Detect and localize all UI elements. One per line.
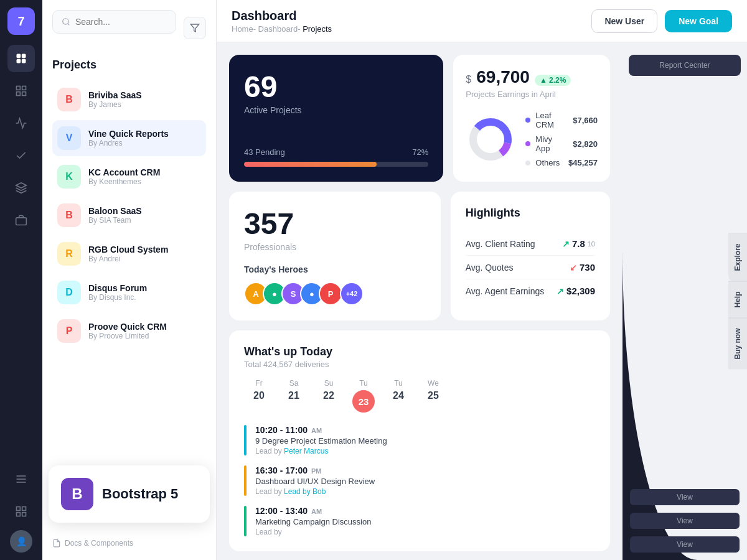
svg-rect-16	[22, 513, 26, 516]
active-projects-count: 69	[244, 70, 428, 104]
schedule-section: What's up Today Total 424,567 deliveries…	[229, 330, 610, 551]
bottom-user-avatar[interactable]: 👤	[10, 530, 32, 553]
project-item[interactable]: V Vine Quick Reports By Andres	[52, 120, 206, 156]
event-lead: Lead by Peter Marcus	[255, 447, 595, 455]
event-item: 16:30 - 17:00 PM Dashboard UI/UX Design …	[244, 465, 595, 496]
svg-rect-14	[22, 507, 26, 511]
svg-rect-2	[17, 59, 21, 63]
docs-label[interactable]: Docs & Components	[65, 539, 133, 548]
event-lead-link[interactable]: Peter Marcus	[284, 447, 328, 455]
nav-icon-grid2[interactable]	[7, 498, 35, 525]
day-item[interactable]: Tu 24	[383, 379, 413, 413]
main-content: Dashboard Home- Dashboard- Projects New …	[217, 0, 747, 560]
event-info: 12:00 - 13:40 AM Marketing Campaign Disc…	[255, 506, 595, 536]
nav-icon-grid[interactable]	[7, 77, 35, 105]
svg-rect-1	[22, 54, 26, 58]
day-item[interactable]: Tu 23	[349, 379, 378, 413]
event-ampm: AM	[311, 508, 322, 515]
earnings-subtitle: Projects Earnings in April	[466, 90, 598, 99]
day-number: 23	[352, 390, 375, 413]
project-item[interactable]: P Proove Quick CRM By Proove Limited	[52, 313, 206, 349]
project-by: By SIA Team	[88, 216, 201, 225]
new-user-button[interactable]: New User	[591, 9, 657, 33]
nav-icon-check[interactable]	[7, 142, 35, 169]
project-item[interactable]: B Baloon SaaS By SIA Team	[52, 197, 206, 233]
event-lead: Lead by Lead by Bob	[255, 487, 595, 496]
project-by: By Proove Limited	[88, 332, 201, 340]
docs-icon	[52, 539, 61, 548]
svg-rect-15	[17, 513, 21, 516]
search-bar[interactable]	[52, 10, 176, 34]
legend-item: Mivy App $2,820	[525, 134, 598, 153]
svg-marker-8	[16, 183, 27, 188]
svg-rect-4	[17, 86, 21, 90]
topbar: Dashboard Home- Dashboard- Projects New …	[217, 0, 747, 42]
project-icon: P	[57, 319, 81, 343]
filter-button[interactable]	[184, 17, 206, 39]
user-avatar[interactable]: 7	[7, 7, 35, 35]
view-button-1[interactable]: View	[630, 489, 740, 505]
day-item[interactable]: We 25	[418, 379, 448, 413]
event-lead-link[interactable]: Lead by Bob	[284, 487, 326, 496]
project-list: B Briviba SaaS By James V Vine Quick Rep…	[52, 82, 206, 349]
highlight-row: Avg. Quotes ↙ 730	[466, 256, 595, 279]
view-button-3[interactable]: View	[630, 536, 740, 553]
new-goal-button[interactable]: New Goal	[665, 10, 732, 32]
project-name: Vine Quick Reports	[88, 129, 201, 139]
project-item[interactable]: D Disqus Forum By Disqus Inc.	[52, 274, 206, 310]
view-button-2[interactable]: View	[630, 513, 740, 529]
project-icon: V	[57, 126, 81, 150]
dashboard: 69 Active Projects 43 Pending 72%	[217, 42, 622, 560]
day-number: 20	[253, 390, 265, 401]
search-input[interactable]	[75, 17, 167, 27]
sidebar-footer[interactable]: Docs & Components	[52, 539, 206, 548]
content-area: 69 Active Projects 43 Pending 72%	[217, 42, 747, 560]
earnings-body: Leaf CRM $7,660 Mivy App $2,820 Others $…	[466, 109, 598, 169]
nav-icon-chart[interactable]	[7, 110, 35, 137]
pending-count: 43 Pending	[244, 147, 285, 157]
event-bar	[244, 465, 247, 496]
highlight-label: Avg. Agent Earnings	[466, 286, 545, 296]
event-info: 16:30 - 17:00 PM Dashboard UI/UX Design …	[255, 465, 595, 496]
project-name: Baloon SaaS	[88, 206, 201, 216]
project-name: Briviba SaaS	[88, 90, 201, 100]
highlight-value: ↙ 730	[570, 262, 595, 273]
event-bar	[244, 425, 247, 455]
nav-icon-layers[interactable]	[7, 174, 35, 202]
legend-value: $2,820	[573, 139, 598, 149]
professionals-card: 357 Professionals Today's Heroes A●S●P+4…	[229, 192, 441, 320]
svg-rect-13	[17, 507, 21, 511]
days-row: Fr 20 Sa 21 Su 22 Tu 23 Tu 24 We 25	[244, 379, 595, 413]
project-name: Disqus Forum	[88, 283, 201, 293]
svg-marker-19	[190, 24, 199, 32]
legend-name: Leaf CRM	[535, 111, 568, 129]
project-name: RGB Cloud System	[88, 245, 201, 254]
report-center-button[interactable]: Report Cecnter	[629, 55, 741, 76]
bootstrap-card: B Bootstrap 5	[49, 465, 210, 523]
day-item[interactable]: Su 22	[314, 379, 344, 413]
bootstrap-label: Bootstrap 5	[102, 486, 178, 502]
project-item[interactable]: K KC Account CRM By Keenthemes	[52, 159, 206, 195]
day-item[interactable]: Fr 20	[244, 379, 274, 413]
heroes-section: Today's Heroes A●S●P+42	[244, 264, 426, 306]
event-bar	[244, 506, 247, 536]
project-info: Proove Quick CRM By Proove Limited	[88, 322, 201, 340]
day-name: Tu	[359, 379, 368, 388]
dollar-sign: $	[466, 74, 471, 85]
highlight-value: ↗ $2,309	[557, 286, 595, 296]
schedule-title: What's up Today	[244, 345, 595, 358]
project-info: Disqus Forum By Disqus Inc.	[88, 283, 201, 302]
project-item[interactable]: R RGB Cloud System By Andrei	[52, 236, 206, 272]
nav-icon-menu[interactable]	[7, 465, 35, 493]
nav-icon-dashboard[interactable]	[7, 45, 35, 72]
nav-icon-briefcase[interactable]	[7, 207, 35, 234]
top-row: 69 Active Projects 43 Pending 72%	[229, 55, 610, 182]
legend-item: Leaf CRM $7,660	[525, 111, 598, 129]
heroes-title: Today's Heroes	[244, 264, 426, 274]
day-item[interactable]: Sa 21	[279, 379, 309, 413]
day-name: Sa	[289, 379, 299, 388]
project-item[interactable]: B Briviba SaaS By James	[52, 82, 206, 118]
event-title: Dashboard UI/UX Design Review	[255, 477, 595, 486]
right-panel: Report Cecnter View View View Explore He…	[622, 42, 747, 560]
page-title: Dashboard	[232, 9, 584, 23]
